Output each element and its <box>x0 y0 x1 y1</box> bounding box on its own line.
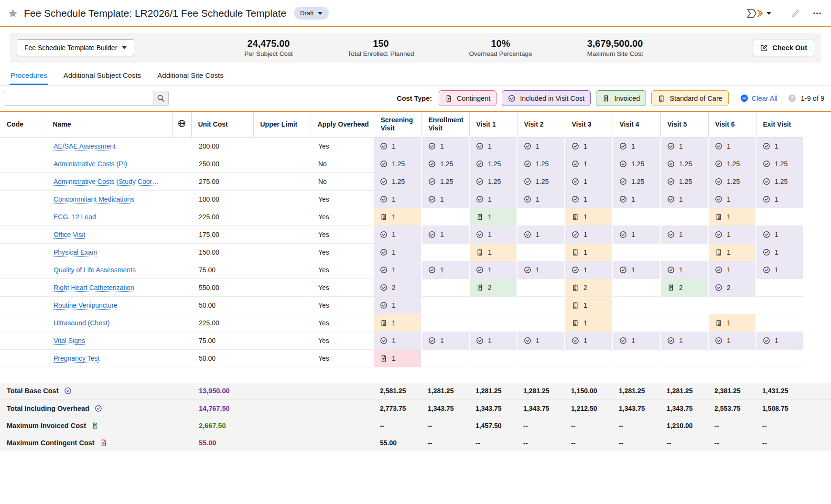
visit-cell[interactable]: 1 <box>421 225 469 243</box>
visit-cell[interactable]: 1 <box>517 225 565 243</box>
visit-cell-empty[interactable] <box>421 296 469 314</box>
favorite-star-icon[interactable] <box>8 8 18 19</box>
visit-cell[interactable]: 2 <box>565 279 613 296</box>
visit-cell-empty[interactable] <box>756 314 804 332</box>
cost-type-chip-contingent[interactable]: Contingent <box>439 90 496 106</box>
visit-cell-empty[interactable] <box>660 296 708 314</box>
visit-cell[interactable]: 1 <box>469 332 517 349</box>
visit-cell[interactable]: 1.25 <box>469 172 517 190</box>
search-input[interactable] <box>4 91 153 106</box>
visit-cell-empty[interactable] <box>469 314 517 332</box>
visit-cell[interactable]: 1.25 <box>517 155 565 172</box>
visit-cell-empty[interactable] <box>613 279 660 296</box>
visit-cell[interactable]: 1 <box>374 261 421 279</box>
visit-cell[interactable]: 2 <box>374 279 421 296</box>
visit-cell-empty[interactable] <box>421 208 469 225</box>
visit-cell[interactable]: 1 <box>469 190 517 208</box>
visit-cell[interactable]: 1 <box>613 225 660 243</box>
visit-cell[interactable]: 1.25 <box>660 172 708 190</box>
builder-dropdown-button[interactable]: Fee Schedule Template Builder <box>17 39 134 56</box>
visit-cell[interactable]: 1 <box>374 349 421 367</box>
visit-cell-empty[interactable] <box>660 314 708 332</box>
visit-cell[interactable]: 1 <box>421 261 469 279</box>
tab-additional-subject-costs[interactable]: Additional Subject Costs <box>63 69 142 85</box>
visit-cell-empty[interactable] <box>660 208 708 225</box>
visit-cell[interactable]: 1 <box>613 137 660 155</box>
visit-cell[interactable]: 1 <box>565 137 613 155</box>
cost-type-chip-included-in-visit-cost[interactable]: Included in Visit Cost <box>502 90 591 106</box>
visit-cell[interactable]: 1 <box>374 296 421 314</box>
visit-cell[interactable]: 1 <box>708 332 756 349</box>
visit-cell[interactable]: 1 <box>421 190 469 208</box>
visit-cell[interactable]: 1 <box>374 208 421 225</box>
clear-all-button[interactable]: Clear All <box>740 94 777 102</box>
visit-cell[interactable]: 1 <box>517 190 565 208</box>
visit-cell[interactable]: 1 <box>517 137 565 155</box>
visit-cell[interactable]: 1 <box>708 225 756 243</box>
visit-cell[interactable]: 1 <box>613 261 660 279</box>
visit-cell[interactable]: 1 <box>660 225 708 243</box>
help-icon[interactable]: ? <box>788 94 796 102</box>
visit-cell[interactable]: 1.25 <box>421 172 469 190</box>
visit-cell-empty[interactable] <box>517 349 565 367</box>
visit-cell[interactable]: 1 <box>708 243 756 261</box>
visit-cell-empty[interactable] <box>613 208 660 225</box>
visit-cell-empty[interactable] <box>469 296 517 314</box>
visit-cell-empty[interactable] <box>613 296 660 314</box>
visit-cell-empty[interactable] <box>517 243 565 261</box>
visit-cell-empty[interactable] <box>517 314 565 332</box>
visit-cell[interactable]: 1 <box>756 190 804 208</box>
visit-cell[interactable]: 1 <box>708 190 756 208</box>
tab-procedures[interactable]: Procedures <box>10 69 48 85</box>
visit-cell[interactable]: 1 <box>565 296 613 314</box>
check-out-button[interactable]: Check Out <box>753 40 814 56</box>
visit-cell[interactable]: 1 <box>708 314 756 332</box>
visit-cell[interactable]: 1 <box>708 261 756 279</box>
visit-cell[interactable]: 1.25 <box>708 155 756 172</box>
visit-cell[interactable]: 1 <box>565 155 613 172</box>
procedure-link[interactable]: AE/SAE Assessment <box>54 142 116 150</box>
visit-cell[interactable]: 1 <box>565 208 613 225</box>
visit-cell-empty[interactable] <box>660 243 708 261</box>
visit-cell-empty[interactable] <box>708 349 756 367</box>
procedure-link[interactable]: Right Heart Catheterization <box>54 284 134 291</box>
visit-cell-empty[interactable] <box>421 314 469 332</box>
visit-cell-empty[interactable] <box>517 296 565 314</box>
visit-cell-empty[interactable] <box>421 279 469 296</box>
visit-cell[interactable]: 1 <box>565 172 613 190</box>
visit-cell[interactable]: 1 <box>374 190 421 208</box>
visit-cell[interactable]: 1 <box>517 261 565 279</box>
visit-cell[interactable]: 1 <box>421 332 469 349</box>
visit-cell[interactable]: 1 <box>565 225 613 243</box>
status-badge[interactable]: Draft <box>294 7 329 20</box>
visit-cell[interactable]: 1.25 <box>613 155 660 172</box>
visit-cell[interactable]: 1 <box>374 314 421 332</box>
visit-cell-empty[interactable] <box>613 349 660 367</box>
visit-cell[interactable]: 1.25 <box>374 155 421 172</box>
procedure-link[interactable]: Routine Venipuncture <box>54 301 118 309</box>
visit-cell[interactable]: 1.25 <box>374 172 421 190</box>
visit-cell[interactable]: 1 <box>708 208 756 225</box>
procedure-link[interactable]: Vital Signs <box>54 337 85 344</box>
visit-cell-empty[interactable] <box>756 296 804 314</box>
visit-cell-empty[interactable] <box>660 349 708 367</box>
visit-cell[interactable]: 1 <box>565 243 613 261</box>
visit-cell[interactable]: 1 <box>469 243 517 261</box>
procedure-link[interactable]: Administrative Costs (PI) <box>54 160 127 168</box>
visit-cell[interactable]: 1 <box>565 261 613 279</box>
visit-cell[interactable]: 1 <box>756 137 804 155</box>
visit-cell-empty[interactable] <box>613 243 660 261</box>
workflow-dropdown[interactable] <box>747 9 771 18</box>
procedure-link[interactable]: Quality of Life Assessments <box>54 266 136 274</box>
visit-cell[interactable]: 2 <box>708 279 756 296</box>
visit-cell-empty[interactable] <box>613 314 660 332</box>
visit-cell[interactable]: 1.25 <box>613 172 660 190</box>
visit-cell[interactable]: 1 <box>756 261 804 279</box>
visit-cell[interactable]: 1 <box>469 137 517 155</box>
visit-cell-empty[interactable] <box>421 243 469 261</box>
visit-cell-empty[interactable] <box>565 349 613 367</box>
visit-cell[interactable]: 1 <box>565 314 613 332</box>
visit-cell[interactable]: 1 <box>756 332 804 349</box>
visit-cell[interactable]: 1 <box>374 332 421 349</box>
visit-cell[interactable]: 1 <box>565 190 613 208</box>
